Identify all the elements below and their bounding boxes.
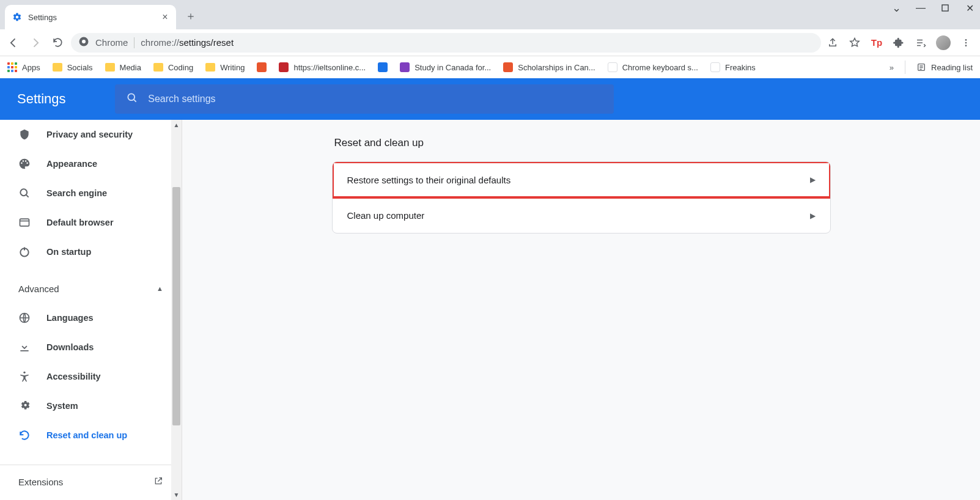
- forward-button[interactable]: [27, 34, 44, 51]
- bookmark-label: Study in Canada for...: [414, 63, 491, 72]
- languages-icon: [18, 312, 31, 324]
- accessibility-icon: [18, 370, 31, 383]
- address-chip: Chrome: [95, 37, 128, 48]
- bookmark-item[interactable]: [378, 62, 388, 72]
- apps-shortcut[interactable]: Apps: [7, 62, 40, 72]
- bookmark-item[interactable]: Socials: [53, 62, 93, 72]
- favicon: [608, 62, 617, 72]
- share-icon[interactable]: [826, 36, 839, 50]
- advanced-label: Advanced: [18, 284, 59, 294]
- bookmark-item[interactable]: [257, 62, 267, 72]
- chevron-down-icon[interactable]: ⌄: [891, 2, 902, 13]
- bookmark-item[interactable]: Writing: [205, 62, 245, 72]
- privacy-icon: [18, 128, 31, 141]
- sidebar-item-label: Accessibility: [46, 372, 101, 381]
- bookmark-label: Freakins: [725, 63, 756, 72]
- browser-tab[interactable]: Settings ×: [5, 5, 176, 29]
- toolbar-actions: Tp: [826, 35, 975, 50]
- gear-icon: [12, 12, 22, 22]
- sidebar-item-accessibility[interactable]: Accessibility: [0, 362, 182, 391]
- overflow-icon[interactable]: »: [890, 63, 894, 72]
- advanced-section-toggle[interactable]: Advanced ▲: [0, 274, 182, 303]
- row-label: Restore settings to their original defau…: [347, 175, 511, 185]
- bookmark-item[interactable]: Coding: [153, 62, 193, 72]
- bookmarks-bar: Apps SocialsMediaCodingWritinghttps://ie…: [0, 56, 980, 78]
- chevron-right-icon: ▶: [810, 211, 816, 220]
- extensions-icon[interactable]: [892, 36, 905, 50]
- sidebar-item-downloads[interactable]: Downloads: [0, 333, 182, 362]
- scroll-down-icon[interactable]: ▼: [171, 490, 182, 500]
- svg-point-2: [82, 40, 86, 43]
- apps-icon: [7, 62, 17, 72]
- sidebar-item-system[interactable]: System: [0, 391, 182, 421]
- sidebar-item-label: System: [46, 401, 78, 411]
- profile-avatar[interactable]: [936, 35, 951, 50]
- window-close-button[interactable]: ✕: [964, 2, 975, 13]
- back-button[interactable]: [5, 34, 22, 51]
- reading-list-button[interactable]: Reading list: [916, 62, 973, 72]
- cleanup-computer-row[interactable]: Clean up computer▶: [333, 197, 830, 233]
- sidebar-item-languages[interactable]: Languages: [0, 303, 182, 333]
- address-bar[interactable]: Chrome chrome://settings/reset: [71, 33, 821, 53]
- bookmark-label: Socials: [67, 63, 93, 72]
- sidebar-item-default-browser[interactable]: Default browser: [0, 208, 182, 237]
- svg-point-3: [965, 39, 967, 41]
- chrome-icon: [78, 36, 89, 49]
- favicon: [279, 62, 289, 72]
- close-icon[interactable]: ×: [160, 12, 170, 22]
- favicon: [503, 62, 513, 72]
- extensions-label: Extensions: [18, 477, 63, 487]
- svg-point-4: [965, 42, 967, 43]
- reload-button[interactable]: [49, 34, 66, 51]
- sidebar-item-privacy[interactable]: Privacy and security: [0, 120, 182, 149]
- search-input[interactable]: [148, 94, 603, 105]
- bookmark-label: Media: [120, 63, 141, 72]
- svg-point-12: [23, 372, 25, 373]
- kebab-menu-icon[interactable]: [959, 36, 973, 50]
- sidebar-item-label: Languages: [46, 313, 94, 323]
- svg-point-5: [965, 45, 967, 46]
- sidebar-item-label: Search engine: [46, 188, 107, 198]
- settings-header: Settings: [0, 78, 980, 120]
- star-icon[interactable]: [848, 36, 861, 50]
- titlebar: Settings × ＋ ⌄ ― ✕: [0, 0, 980, 29]
- favicon: [378, 62, 388, 72]
- folder-icon: [53, 63, 62, 72]
- sidebar-item-reset[interactable]: Reset and clean up: [0, 421, 182, 450]
- sidebar-item-search[interactable]: Search engine: [0, 178, 182, 208]
- scrollbar-thumb[interactable]: [172, 187, 180, 425]
- sidebar-item-appearance[interactable]: Appearance: [0, 149, 182, 178]
- bookmark-item[interactable]: Chrome keyboard s...: [608, 62, 698, 72]
- startup-icon: [18, 246, 31, 258]
- bookmark-label: Chrome keyboard s...: [622, 63, 698, 72]
- minimize-button[interactable]: ―: [915, 2, 926, 13]
- row-label: Clean up computer: [347, 210, 425, 221]
- bookmark-item[interactable]: Media: [105, 62, 141, 72]
- reading-list-label: Reading list: [931, 63, 973, 72]
- scroll-up-icon[interactable]: ▲: [171, 120, 182, 130]
- bookmark-item[interactable]: Freakins: [710, 62, 756, 72]
- open-external-icon: [153, 476, 163, 488]
- restore-defaults-row[interactable]: Restore settings to their original defau…: [333, 162, 830, 197]
- bookmark-item[interactable]: Scholarships in Can...: [503, 62, 595, 72]
- sidebar-item-startup[interactable]: On startup: [0, 237, 182, 267]
- system-icon: [18, 400, 31, 412]
- window-controls: ⌄ ― ✕: [891, 2, 975, 13]
- media-icon[interactable]: [914, 36, 927, 50]
- bookmark-item[interactable]: https://ieltsonline.c...: [279, 62, 366, 72]
- maximize-button[interactable]: [940, 2, 951, 13]
- tab-title: Settings: [28, 13, 154, 22]
- chevron-right-icon: ▶: [810, 175, 816, 184]
- new-tab-button[interactable]: ＋: [182, 7, 199, 24]
- svg-point-7: [128, 94, 135, 100]
- apps-label: Apps: [22, 63, 40, 72]
- appearance-icon: [18, 158, 31, 170]
- sidebar-item-label: Privacy and security: [46, 130, 133, 139]
- sidebar-scrollbar[interactable]: ▲ ▼: [171, 120, 182, 500]
- settings-search[interactable]: [115, 84, 614, 114]
- search-icon: [126, 92, 138, 106]
- extension-tp-icon[interactable]: Tp: [870, 36, 883, 50]
- bookmark-item[interactable]: Study in Canada for...: [400, 62, 491, 72]
- section-heading: Reset and clean up: [332, 137, 831, 149]
- sidebar-item-extensions[interactable]: Extensions: [0, 465, 182, 499]
